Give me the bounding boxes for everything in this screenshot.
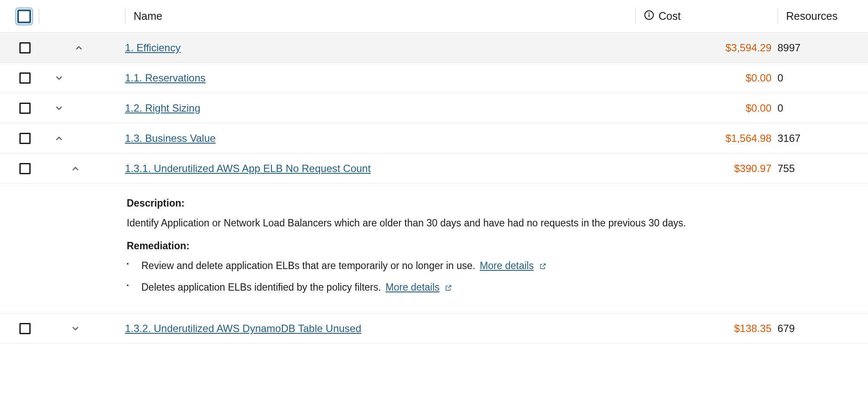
detail-panel: Description: Identify Application or Net… xyxy=(0,184,868,313)
chevron-up-icon[interactable] xyxy=(74,43,84,53)
chevron-down-icon[interactable] xyxy=(54,73,64,83)
description-text: Identify Application or Network Load Bal… xyxy=(127,216,855,231)
chevron-down-icon[interactable] xyxy=(71,324,80,333)
remediation-list: Review and delete application ELBs that … xyxy=(127,258,855,296)
more-details-link[interactable]: More details xyxy=(386,282,440,293)
chevron-up-icon[interactable] xyxy=(54,134,64,143)
external-link-icon xyxy=(539,259,546,275)
table-header: Name Cost Resources xyxy=(0,0,868,33)
table-row: 1.3.1. Underutilized AWS App ELB No Requ… xyxy=(0,154,868,184)
table-row: 1. Efficiency $3,594.29 8997 xyxy=(0,33,868,63)
chevron-up-icon[interactable] xyxy=(71,164,80,173)
column-cost-label: Cost xyxy=(659,10,681,22)
select-all-checkbox[interactable] xyxy=(17,9,31,23)
row-name-link[interactable]: 1.2. Right Sizing xyxy=(125,102,200,114)
svg-point-1 xyxy=(649,13,650,14)
more-details-link[interactable]: More details xyxy=(480,260,534,271)
remediation-item: Review and delete application ELBs that … xyxy=(127,258,855,275)
table-row: 1.3.2. Underutilized AWS DynamoDB Table … xyxy=(0,313,868,344)
row-resources: 0 xyxy=(777,102,868,114)
table-row: 1.2. Right Sizing $0.00 0 xyxy=(0,93,868,123)
remediation-item: Deletes application ELBs identified by t… xyxy=(127,280,855,296)
svg-rect-2 xyxy=(649,14,649,17)
row-name-link[interactable]: 1.1. Reservations xyxy=(125,72,206,84)
column-resources-label: Resources xyxy=(786,10,838,22)
cost-table: Name Cost Resources 1. Efficiency $3,594… xyxy=(0,0,868,344)
column-cost-header[interactable]: Cost xyxy=(635,9,777,24)
remediation-text: Review and delete application ELBs that … xyxy=(141,260,478,271)
row-cost: $138.35 xyxy=(635,323,777,335)
row-checkbox[interactable] xyxy=(19,72,31,84)
row-cost: $0.00 xyxy=(635,72,777,84)
row-cost: $1,564.98 xyxy=(635,132,777,144)
row-checkbox[interactable] xyxy=(19,323,31,334)
row-resources: 679 xyxy=(777,323,868,335)
row-cost: $3,594.29 xyxy=(635,42,777,54)
column-name-label: Name xyxy=(134,10,162,22)
remediation-label: Remediation: xyxy=(127,238,855,254)
row-checkbox[interactable] xyxy=(19,103,31,114)
column-spacer xyxy=(39,9,125,24)
row-name-link[interactable]: 1. Efficiency xyxy=(125,42,181,53)
column-name-header[interactable]: Name xyxy=(125,9,635,24)
row-checkbox[interactable] xyxy=(19,42,31,53)
external-link-icon xyxy=(445,281,452,296)
table-row: 1.1. Reservations $0.00 0 xyxy=(0,63,868,93)
column-resources-header[interactable]: Resources xyxy=(777,9,868,24)
row-name-link[interactable]: 1.3. Business Value xyxy=(125,132,215,144)
description-label: Description: xyxy=(127,196,855,211)
row-resources: 755 xyxy=(777,163,868,175)
row-name-link[interactable]: 1.3.1. Underutilized AWS App ELB No Requ… xyxy=(125,163,371,174)
row-checkbox[interactable] xyxy=(19,163,31,174)
remediation-text: Deletes application ELBs identified by t… xyxy=(141,282,384,293)
table-row: 1.3. Business Value $1,564.98 3167 xyxy=(0,123,868,154)
row-name-link[interactable]: 1.3.2. Underutilized AWS DynamoDB Table … xyxy=(125,323,361,334)
info-icon xyxy=(644,10,654,23)
row-cost: $0.00 xyxy=(635,102,777,114)
row-resources: 0 xyxy=(777,72,868,84)
row-resources: 8997 xyxy=(777,42,868,54)
row-cost: $390.97 xyxy=(635,163,777,175)
chevron-down-icon[interactable] xyxy=(54,103,64,113)
row-resources: 3167 xyxy=(777,132,868,144)
row-checkbox[interactable] xyxy=(19,133,31,144)
